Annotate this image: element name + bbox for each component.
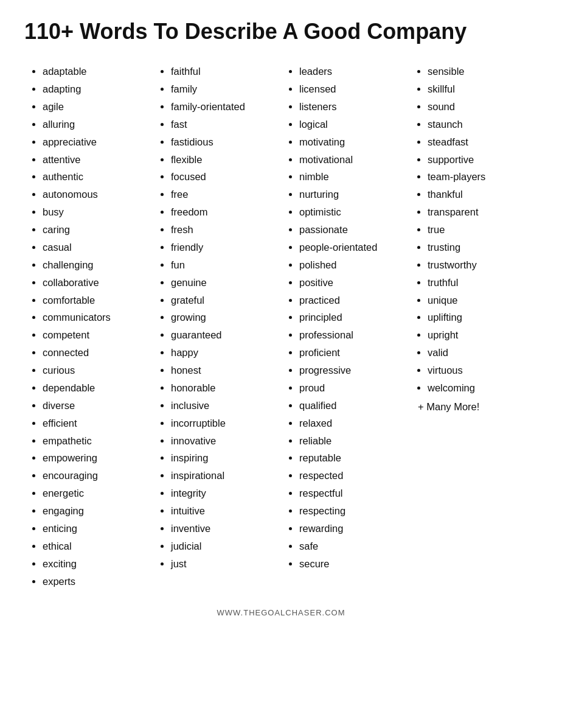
list-item: unique [428,292,532,309]
list-item: upright [428,326,532,344]
list-item: transparent [428,203,532,221]
list-item: efficient [43,415,147,432]
list-item: honest [171,362,275,379]
word-list-1: adaptableadaptingagilealluringappreciati… [30,63,147,590]
list-item: exciting [43,555,147,573]
list-item: sound [428,98,532,116]
list-item: genuine [171,274,275,292]
list-item: challenging [43,256,147,274]
list-item: collaborative [43,274,147,292]
list-item: inventive [171,520,275,537]
list-item: progressive [299,362,403,379]
list-item: casual [43,239,147,256]
list-item: authentic [43,168,147,186]
list-item: positive [299,274,403,292]
list-item: principled [299,309,403,326]
plus-more-label: + Many More! [415,398,532,416]
list-item: steadfast [428,133,532,151]
list-item: fast [171,116,275,133]
list-item: family-orientated [171,98,275,116]
list-item: fun [171,256,275,274]
list-item: incorruptible [171,415,275,432]
list-item: uplifting [428,309,532,326]
list-item: empathetic [43,432,147,450]
column-2: faithfulfamilyfamily-orientatedfastfasti… [153,63,281,572]
list-item: polished [299,256,403,274]
list-item: appreciative [43,133,147,151]
column-3: leaderslicensedlistenerslogicalmotivatin… [281,63,409,572]
list-item: experts [43,573,147,590]
list-item: nimble [299,168,403,186]
page-title: 110+ Words To Describe A Good Company [24,18,538,44]
list-item: relaxed [299,415,403,432]
list-item: curious [43,362,147,379]
list-item: optimistic [299,203,403,221]
list-item: supportive [428,151,532,169]
list-item: competent [43,326,147,344]
list-item: busy [43,203,147,221]
list-item: fresh [171,221,275,239]
list-item: flexible [171,151,275,169]
list-item: skillful [428,80,532,98]
list-item: respected [299,467,403,485]
list-item: judicial [171,537,275,555]
list-item: reputable [299,449,403,467]
list-item: freedom [171,203,275,221]
list-item: reliable [299,432,403,450]
list-item: communicators [43,309,147,326]
list-item: fastidious [171,133,275,151]
list-item: encouraging [43,467,147,485]
list-item: valid [428,344,532,362]
list-item: logical [299,116,403,133]
list-item: integrity [171,485,275,502]
list-item: nurturing [299,186,403,203]
list-item: team-players [428,168,532,186]
list-item: enticing [43,520,147,537]
list-item: dependable [43,379,147,397]
list-item: family [171,80,275,98]
list-item: professional [299,326,403,344]
list-item: guaranteed [171,326,275,344]
column-1: adaptableadaptingagilealluringappreciati… [24,63,153,590]
list-item: welcoming [428,379,532,397]
list-item: motivating [299,133,403,151]
list-item: respectful [299,485,403,502]
list-item: leaders [299,63,403,80]
list-item: practiced [299,292,403,309]
list-item: honorable [171,379,275,397]
word-list-2: faithfulfamilyfamily-orientatedfastfasti… [159,63,275,572]
list-item: licensed [299,80,403,98]
list-item: proficient [299,344,403,362]
list-item: rewarding [299,520,403,537]
list-item: staunch [428,116,532,133]
footer: WWW.THEGOALCHASER.COM [24,608,538,617]
list-item: truthful [428,274,532,292]
word-list-4: sensibleskillfulsoundstaunchsteadfastsup… [415,63,532,397]
list-item: virtuous [428,362,532,379]
list-item: autonomous [43,186,147,203]
list-item: adaptable [43,63,147,80]
list-item: listeners [299,98,403,116]
list-item: alluring [43,116,147,133]
list-item: faithful [171,63,275,80]
list-item: inspiring [171,449,275,467]
list-item: ethical [43,537,147,555]
word-list-3: leaderslicensedlistenerslogicalmotivatin… [287,63,403,572]
list-item: comfortable [43,292,147,309]
list-item: attentive [43,151,147,169]
list-item: innovative [171,432,275,450]
list-item: agile [43,98,147,116]
list-item: connected [43,344,147,362]
list-item: growing [171,309,275,326]
list-item: free [171,186,275,203]
column-4: sensibleskillfulsoundstaunchsteadfastsup… [409,63,538,416]
list-item: trustworthy [428,256,532,274]
list-item: true [428,221,532,239]
columns-container: adaptableadaptingagilealluringappreciati… [24,63,538,590]
list-item: happy [171,344,275,362]
list-item: friendly [171,239,275,256]
list-item: inclusive [171,397,275,415]
list-item: thankful [428,186,532,203]
list-item: intuitive [171,502,275,520]
list-item: just [171,555,275,573]
